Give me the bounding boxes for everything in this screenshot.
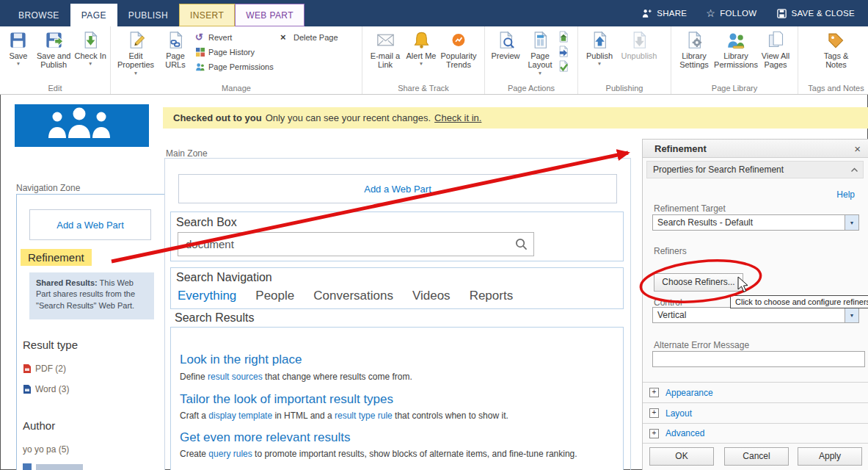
save-and-publish-button[interactable]: Save and Publish xyxy=(34,29,74,70)
popularity-trends-icon xyxy=(449,30,469,50)
result-link-3[interactable]: Get even more relevant results xyxy=(180,430,350,445)
ribbon-group-edit: Save ▼ Save and Publish Check In ▼ Edit xyxy=(0,26,111,94)
refinement-target-dropdown[interactable]: Search Results - Default ▼ xyxy=(652,214,859,231)
nav-tab-conversations[interactable]: Conversations xyxy=(313,289,393,303)
view-all-pages-button[interactable]: View All Pages xyxy=(758,29,793,70)
share-button[interactable]: SHARE xyxy=(641,8,687,19)
page-urls-button[interactable]: Page URLs xyxy=(158,29,193,70)
status-message: Only you can see your recent changes. xyxy=(266,112,431,123)
result-link-2[interactable]: Tailor the look of important result type… xyxy=(180,392,393,407)
search-box-title: Search Box xyxy=(176,216,237,229)
query-rules-link[interactable]: query rules xyxy=(208,449,252,459)
search-navigation-web-part: Search Navigation Everything People Conv… xyxy=(170,267,624,309)
main-zone-label: Main Zone xyxy=(166,148,208,159)
refiner-item-word[interactable]: Word (3) xyxy=(23,384,69,394)
refinement-web-part-title[interactable]: Refinement xyxy=(21,249,92,266)
section-advanced[interactable]: + Advanced xyxy=(643,423,868,444)
dropdown-caret-icon: ▼ xyxy=(16,62,21,67)
choose-refiners-button[interactable]: Choose Refiners... xyxy=(654,273,743,292)
ribbon-group-publishing: Publish ▼ Unpublish Publishing xyxy=(578,26,671,94)
expand-plus-icon[interactable]: + xyxy=(649,388,659,397)
publish-button[interactable]: Publish ▼ xyxy=(581,29,618,67)
chevron-down-icon[interactable]: ▼ xyxy=(845,308,858,322)
alternate-error-message-label: Alternate Error Message xyxy=(654,340,749,350)
tool-pane-header[interactable]: Refinement × xyxy=(643,140,868,158)
library-permissions-icon xyxy=(726,30,746,50)
tool-pane-title: Refinement xyxy=(654,143,707,154)
email-link-button[interactable]: E-mail a Link xyxy=(365,29,405,70)
tab-publish[interactable]: PUBLISH xyxy=(117,4,179,26)
follow-star-icon: ☆ xyxy=(706,8,715,18)
ribbon-group-page-actions: Preview Page Layout ▼ Page Actions xyxy=(485,26,578,94)
tags-notes-icon xyxy=(826,30,846,50)
properties-section-header[interactable]: Properties for Search Refinement xyxy=(646,161,864,178)
edit-properties-button[interactable]: Edit Properties ▼ xyxy=(114,29,158,76)
library-settings-button[interactable]: Library Settings xyxy=(674,29,714,70)
preview-button[interactable]: Preview xyxy=(488,29,523,60)
alert-me-button[interactable]: Alert Me ▼ xyxy=(405,29,437,67)
navigation-zone: Add a Web Part Refinement Shared Results… xyxy=(16,194,165,470)
check-in-button[interactable]: Check In ▼ xyxy=(73,29,107,67)
search-icon[interactable] xyxy=(514,237,528,251)
search-input[interactable] xyxy=(178,232,534,256)
suite-actions: SHARE ☆ FOLLOW SAVE & CLOSE xyxy=(641,0,868,26)
control-dropdown[interactable]: Vertical ▼ xyxy=(652,307,859,323)
expand-plus-icon[interactable]: + xyxy=(649,429,659,438)
nav-tab-everything[interactable]: Everything xyxy=(178,289,236,303)
nav-tab-people[interactable]: People xyxy=(255,289,294,303)
section-appearance[interactable]: + Appearance xyxy=(643,382,868,402)
share-icon xyxy=(641,8,652,19)
info-box-title: Shared Results: xyxy=(36,278,98,287)
help-link[interactable]: Help xyxy=(836,189,855,200)
revert-button[interactable]: ↺ Revert xyxy=(193,30,278,45)
expand-plus-icon[interactable]: + xyxy=(649,408,659,418)
page-layout-button[interactable]: Page Layout ▼ xyxy=(523,29,557,76)
unpublish-button[interactable]: Unpublish xyxy=(618,29,660,60)
alternate-error-message-input[interactable] xyxy=(652,351,865,367)
collapse-chevron-icon[interactable] xyxy=(850,167,858,173)
nav-tab-videos[interactable]: Videos xyxy=(412,289,451,303)
page-permissions-button[interactable]: Page Permissions xyxy=(193,59,278,74)
display-template-link[interactable]: display template xyxy=(208,411,272,421)
cancel-button[interactable]: Cancel xyxy=(724,447,789,466)
people-logo-image xyxy=(15,104,149,147)
tab-web-part[interactable]: WEB PART xyxy=(235,4,304,26)
save-icon xyxy=(8,30,28,50)
group-label-tags-notes: Tags and Notes xyxy=(798,84,868,93)
group-label-manage: Manage xyxy=(111,84,362,93)
popularity-trends-button[interactable]: Popularity Trends xyxy=(437,29,480,70)
refiner-item-author[interactable]: yo yo pa (5) xyxy=(23,444,69,455)
apply-button[interactable]: Apply xyxy=(798,447,862,466)
save-button-ribbon[interactable]: Save ▼ xyxy=(3,29,34,67)
make-homepage-icon[interactable] xyxy=(557,30,570,43)
add-web-part-navigation[interactable]: Add a Web Part xyxy=(29,209,151,240)
tab-browse[interactable]: BROWSE xyxy=(7,4,70,26)
view-all-pages-icon xyxy=(766,30,786,50)
add-web-part-main[interactable]: Add a Web Part xyxy=(178,174,617,203)
result-type-rule-link[interactable]: result type rule xyxy=(335,411,393,421)
nav-tab-reports[interactable]: Reports xyxy=(470,289,514,303)
delete-page-button[interactable]: × Delete Page xyxy=(278,30,349,45)
tab-page[interactable]: PAGE xyxy=(70,4,117,26)
chevron-down-icon[interactable]: ▼ xyxy=(845,215,858,230)
check-it-in-link[interactable]: Check it in. xyxy=(434,112,481,123)
ribbon-tabs: BROWSE PAGE PUBLISH INSERT WEB PART xyxy=(0,0,304,26)
refiner-heading-result-type: Result type xyxy=(23,339,78,351)
tab-insert[interactable]: INSERT xyxy=(179,4,235,26)
incoming-links-icon[interactable] xyxy=(557,45,570,58)
draft-check-icon[interactable] xyxy=(557,59,570,73)
tags-notes-button[interactable]: Tags & Notes xyxy=(814,29,858,70)
shared-results-info-box: Shared Results: This Web Part shares res… xyxy=(29,272,154,319)
follow-button[interactable]: ☆ FOLLOW xyxy=(706,8,756,18)
refiner-item-pdf[interactable]: PDF (2) xyxy=(23,364,66,374)
ok-button[interactable]: OK xyxy=(649,447,714,466)
section-layout[interactable]: + Layout xyxy=(643,402,868,423)
site-logo xyxy=(15,104,149,147)
clipped-web-part-content xyxy=(23,463,83,470)
result-sources-link[interactable]: result sources xyxy=(208,372,263,382)
page-history-button[interactable]: Page History xyxy=(193,45,278,59)
result-link-1[interactable]: Look in the right place xyxy=(180,352,302,367)
close-icon[interactable]: × xyxy=(854,143,861,154)
save-close-button[interactable]: SAVE & CLOSE xyxy=(776,8,855,19)
library-permissions-button[interactable]: Library Permissions xyxy=(714,29,758,70)
